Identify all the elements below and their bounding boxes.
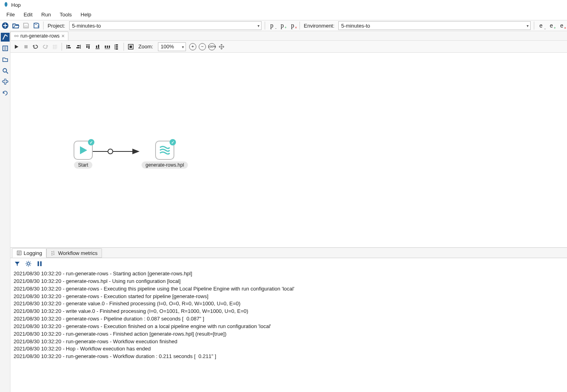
chevron-down-icon: ▾ — [258, 24, 260, 28]
svg-rect-11 — [86, 46, 88, 48]
environment-dropdown[interactable]: 5-minutes-to ▾ — [338, 21, 531, 30]
tab-logging[interactable]: Logging — [12, 248, 46, 258]
app-icon — [3, 2, 9, 8]
plugins-icon[interactable] — [1, 78, 10, 86]
log-line: 2021/08/30 10:32:20 - generate-rows.hpl … — [14, 278, 564, 285]
search-icon[interactable] — [1, 66, 10, 75]
log-line: 2021/08/30 10:32:20 - write value.0 - Fi… — [14, 308, 564, 315]
tab-run-generate-rows[interactable]: run-generate-rows ✕ — [10, 32, 68, 40]
svg-rect-14 — [98, 45, 99, 48]
new-button[interactable] — [0, 21, 10, 30]
data-orchestration-icon[interactable] — [1, 33, 10, 42]
undo-history-icon[interactable] — [1, 89, 10, 98]
toolbar-separator — [534, 22, 534, 30]
zoom-in-button[interactable]: + — [188, 42, 197, 51]
workflow-icon — [14, 34, 19, 38]
environment-edit-button[interactable]: e.. — [536, 21, 546, 30]
project-add-button[interactable]: p+ — [278, 21, 287, 30]
align-left-button[interactable] — [64, 42, 73, 51]
fit-button[interactable] — [126, 42, 135, 51]
filter-icon[interactable] — [14, 260, 21, 267]
workflow-canvas[interactable]: ✓ Start ✓ generate-rows.hpl — [10, 53, 567, 247]
project-delete-button[interactable]: p× — [288, 21, 297, 30]
menu-help[interactable]: Help — [77, 10, 96, 19]
svg-point-25 — [108, 149, 113, 154]
svg-rect-16 — [107, 46, 108, 48]
chevron-down-icon: ▾ — [527, 24, 529, 28]
zoom-out-button[interactable]: − — [198, 42, 207, 51]
play-icon — [78, 145, 89, 156]
log-tabs: Logging 12 Workflow metrics — [10, 248, 567, 258]
zoom-100-button[interactable]: 100% — [208, 42, 216, 51]
pause-icon[interactable] — [36, 260, 43, 267]
distribute-vertical-button[interactable] — [112, 42, 121, 51]
zoom-fit-button[interactable] — [217, 42, 226, 51]
file-explorer-icon[interactable] — [1, 55, 10, 64]
log-toolbar — [10, 258, 567, 269]
log-line: 2021/08/30 10:32:20 - generate-rows - Pi… — [14, 315, 564, 323]
node-start[interactable]: ✓ Start — [74, 141, 93, 169]
project-edit-button[interactable]: p.. — [267, 21, 277, 30]
project-value: 5-minutes-to — [72, 23, 101, 29]
environment-add-button[interactable]: e+ — [547, 21, 556, 30]
log-output[interactable]: 2021/08/30 10:32:20 - run-generate-rows … — [10, 269, 567, 392]
snap-to-grid-button[interactable] — [50, 42, 59, 51]
align-top-button[interactable] — [84, 42, 92, 51]
pipeline-icon — [159, 144, 171, 156]
svg-rect-12 — [88, 46, 90, 49]
save-as-button[interactable] — [32, 21, 41, 30]
svg-rect-20 — [116, 48, 118, 50]
svg-rect-8 — [68, 47, 71, 48]
svg-point-4 — [14, 35, 16, 37]
svg-rect-19 — [116, 46, 118, 48]
metadata-icon[interactable] — [1, 44, 10, 53]
success-badge-icon: ✓ — [170, 139, 176, 145]
log-line: 2021/08/30 10:32:20 - generate value.0 -… — [14, 300, 564, 308]
align-right-button[interactable] — [74, 42, 83, 51]
zoom-dropdown[interactable]: 100% ▾ — [158, 42, 186, 51]
menu-edit[interactable]: Edit — [20, 10, 36, 19]
log-line: 2021/08/30 10:32:20 - run-generate-rows … — [14, 270, 564, 278]
log-line: 2021/08/30 10:32:20 - generate-rows - Ex… — [14, 323, 564, 330]
main-toolbar: Project: 5-minutes-to ▾ p.. p+ p× Enviro… — [0, 20, 567, 31]
svg-rect-18 — [116, 44, 118, 46]
svg-rect-17 — [109, 46, 110, 48]
close-icon[interactable]: ✕ — [61, 34, 65, 39]
menu-tools[interactable]: Tools — [56, 10, 76, 19]
project-dropdown[interactable]: 5-minutes-to ▾ — [69, 21, 262, 30]
chevron-down-icon: ▾ — [182, 44, 184, 49]
app-title: Hop — [11, 2, 21, 8]
tab-workflow-metrics[interactable]: 12 Workflow metrics — [46, 248, 102, 258]
tab-label: run-generate-rows — [20, 33, 60, 39]
environment-label: Environment: — [301, 23, 337, 29]
stop-button[interactable] — [22, 42, 30, 51]
svg-rect-10 — [76, 47, 80, 48]
save-button[interactable] — [21, 21, 31, 30]
open-button[interactable] — [11, 21, 20, 30]
log-line: 2021/08/30 10:32:20 - generate-rows - Ex… — [14, 285, 564, 293]
run-button[interactable] — [12, 42, 21, 51]
gear-icon[interactable] — [25, 260, 32, 267]
svg-rect-22 — [130, 46, 132, 48]
node-label: Start — [74, 161, 92, 169]
log-line: 2021/08/30 10:32:20 - Hop - Workflow exe… — [14, 345, 564, 353]
svg-rect-15 — [105, 46, 106, 48]
svg-rect-9 — [77, 45, 80, 46]
tab-label: Logging — [24, 250, 42, 256]
menu-file[interactable]: File — [2, 10, 19, 19]
align-bottom-button[interactable] — [93, 42, 102, 51]
toolbar-separator — [265, 22, 265, 30]
node-generate-rows[interactable]: ✓ generate-rows.hpl — [142, 141, 188, 169]
redo-button[interactable] — [41, 42, 50, 51]
svg-text:2: 2 — [53, 253, 55, 255]
toolbar-separator — [124, 43, 124, 51]
node-label: generate-rows.hpl — [142, 161, 188, 169]
metrics-icon: 12 — [51, 250, 56, 256]
svg-rect-31 — [40, 261, 42, 266]
menu-run[interactable]: Run — [37, 10, 55, 19]
environment-delete-button[interactable]: e× — [557, 21, 567, 30]
environment-value: 5-minutes-to — [341, 23, 370, 29]
undo-button[interactable] — [31, 42, 40, 51]
distribute-horizontal-button[interactable] — [103, 42, 112, 51]
tab-label: Workflow metrics — [58, 250, 98, 256]
